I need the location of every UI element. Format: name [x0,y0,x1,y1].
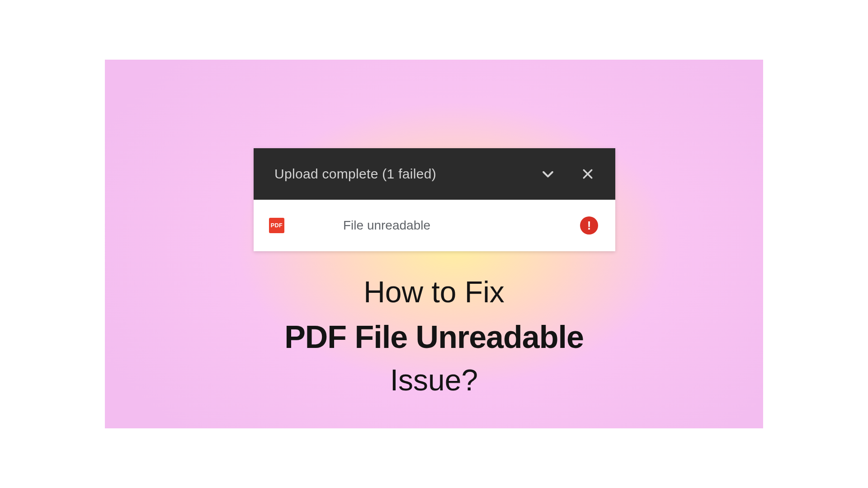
promo-canvas: Upload complete (1 failed) PDF File unre… [105,60,763,428]
page-headline: How to Fix PDF File Unreadable Issue? [105,274,763,398]
pdf-file-icon: PDF [269,218,284,233]
headline-line-1: How to Fix [105,274,763,310]
chevron-down-icon[interactable] [540,166,556,182]
file-status-text: File unreadable [284,218,580,233]
headline-line-3: Issue? [105,362,763,398]
upload-card-header: Upload complete (1 failed) [254,148,615,200]
upload-card-body: PDF File unreadable ! [254,200,615,251]
error-exclamation-icon: ! [580,216,598,235]
header-icon-group [540,166,594,182]
headline-line-2: PDF File Unreadable [105,318,763,356]
upload-notification-card: Upload complete (1 failed) PDF File unre… [254,148,615,251]
upload-status-title: Upload complete (1 failed) [274,166,540,182]
close-icon[interactable] [581,167,594,181]
